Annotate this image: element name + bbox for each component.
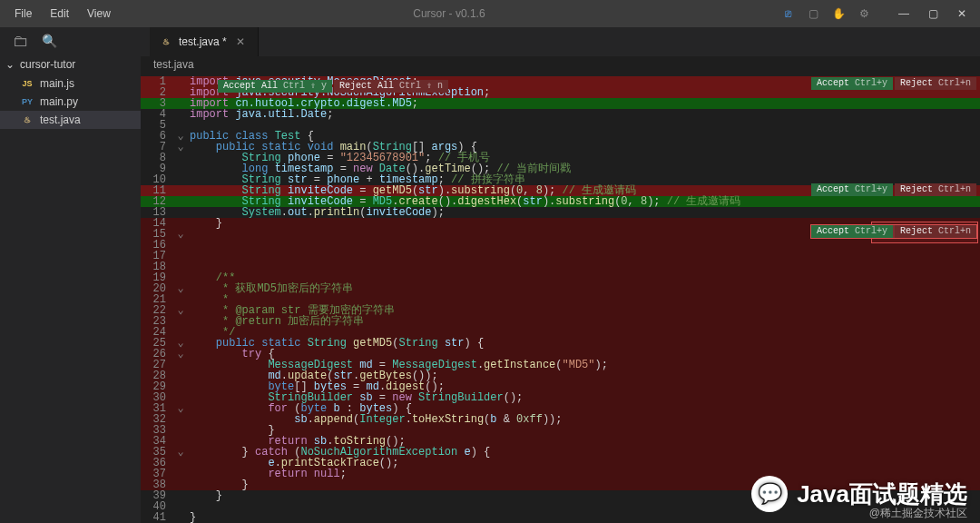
reject-all-button[interactable]: Reject All Ctrl ⇧ n xyxy=(334,80,448,93)
reject-button[interactable]: Reject Ctrl+n xyxy=(895,225,976,238)
accept-all-button[interactable]: Accept All Ctrl ⇧ y xyxy=(218,80,332,93)
code-line-20[interactable]: 20⌄ * 获取MD5加密后的字符串 xyxy=(141,283,980,294)
gear-icon[interactable]: ⚙ xyxy=(857,6,871,21)
code-line-16[interactable]: 16 xyxy=(141,240,980,251)
breadcrumb[interactable]: test.java xyxy=(141,56,980,76)
accept-button[interactable]: Accept Ctrl+y xyxy=(811,77,893,90)
file-ext-icon: ♨ xyxy=(20,115,34,124)
watermark-sub: @稀土掘金技术社区 xyxy=(869,506,967,521)
folder-name: cursor-tutor xyxy=(20,58,75,71)
tabstrip: ♨ test.java * ✕ xyxy=(141,27,980,56)
file-row-main.py[interactable]: PYmain.py xyxy=(0,93,141,111)
hand-icon[interactable]: ✋ xyxy=(831,6,846,21)
file-name: test.java xyxy=(40,113,81,126)
editor-area: ♨ test.java * ✕ test.java 1import java.s… xyxy=(141,27,980,523)
window-title: Cursor - v0.1.6 xyxy=(118,7,780,20)
accept-reject-1: Accept Ctrl+y Reject Ctrl+n xyxy=(811,77,976,90)
search-icon[interactable]: 🔍 xyxy=(42,34,57,48)
file-name: main.js xyxy=(40,77,74,90)
code-line-4[interactable]: 4import java.util.Date; xyxy=(141,109,980,120)
folder-row[interactable]: ⌄ cursor-tutor xyxy=(0,54,141,74)
reject-button[interactable]: Reject Ctrl+n xyxy=(895,183,976,196)
accept-button[interactable]: Accept Ctrl+y xyxy=(811,225,893,238)
menu-edit[interactable]: Edit xyxy=(43,4,76,24)
folder-icon[interactable]: 🗀 xyxy=(13,32,29,51)
tab-close-button[interactable]: ✕ xyxy=(232,34,249,50)
chevron-down-icon: ⌄ xyxy=(5,58,15,71)
java-icon: ♨ xyxy=(159,37,173,46)
code-line-13[interactable]: 13 System.out.println(inviteCode); xyxy=(141,207,980,218)
menu-file[interactable]: File xyxy=(7,4,39,24)
maximize-button[interactable]: ▢ xyxy=(922,3,944,25)
file-name: main.py xyxy=(40,95,78,108)
wechat-icon: 💬 xyxy=(751,476,788,512)
file-ext-icon: PY xyxy=(20,97,34,106)
file-ext-icon: JS xyxy=(20,79,34,88)
code-line-17[interactable]: 17 xyxy=(141,251,980,262)
titlebar-icons: ⎚ ▢ ✋ ⚙ — ▢ ✕ xyxy=(780,3,973,25)
file-row-test.java[interactable]: ♨test.java xyxy=(0,111,141,129)
accept-reject-3: Accept Ctrl+y Reject Ctrl+n xyxy=(811,225,976,238)
accept-reject-all-top: Accept All Ctrl ⇧ y Reject All Ctrl ⇧ n xyxy=(218,80,448,93)
tab-label: test.java * xyxy=(179,35,227,48)
accept-button[interactable]: Accept Ctrl+y xyxy=(811,183,893,196)
minimize-button[interactable]: — xyxy=(893,3,915,25)
main-menu: File Edit View xyxy=(7,4,118,24)
code-editor[interactable]: 1import java.security.MessageDigest;2imp… xyxy=(141,76,980,523)
layout-icon[interactable]: ▢ xyxy=(806,6,820,21)
ai-icon[interactable]: ⎚ xyxy=(780,6,795,21)
sidebar: 🗀 🔍 ⌄ cursor-tutor JSmain.jsPYmain.py♨te… xyxy=(0,27,141,523)
code-line-41[interactable]: 41} xyxy=(141,512,980,523)
accept-reject-2: Accept Ctrl+y Reject Ctrl+n xyxy=(811,183,976,196)
tab-test-java[interactable]: ♨ test.java * ✕ xyxy=(150,27,259,56)
reject-button[interactable]: Reject Ctrl+n xyxy=(895,77,976,90)
titlebar: File Edit View Cursor - v0.1.6 ⎚ ▢ ✋ ⚙ —… xyxy=(0,0,980,27)
code-line-18[interactable]: 18 xyxy=(141,262,980,272)
close-button[interactable]: ✕ xyxy=(951,3,973,25)
code-line-23[interactable]: 23 * @return 加密后的字符串 xyxy=(141,316,980,327)
file-row-main.js[interactable]: JSmain.js xyxy=(0,74,141,93)
menu-view[interactable]: View xyxy=(80,4,118,24)
